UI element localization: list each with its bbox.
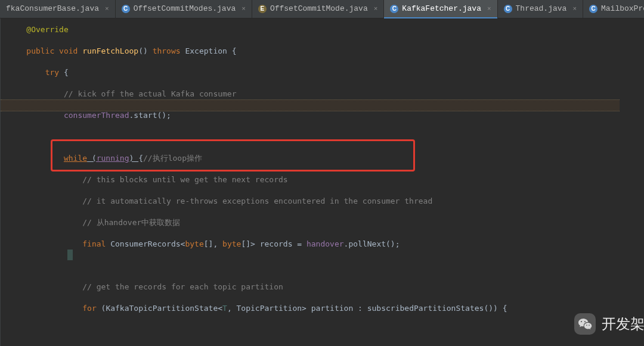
tab-label: MailboxProcessor.java bbox=[601, 4, 644, 14]
watermark: 开发架构二三事 bbox=[574, 313, 644, 335]
tab-offsetcommitmodes[interactable]: C OffsetCommitModes.java × bbox=[116, 0, 252, 18]
wechat-icon bbox=[574, 313, 596, 335]
tab-kafkafetcher[interactable]: C KafkaFetcher.java × bbox=[384, 0, 497, 18]
class-icon: C bbox=[390, 5, 398, 13]
editor-tabbar: fkaConsumerBase.java × C OffsetCommitMod… bbox=[0, 0, 644, 18]
tab-label: OffsetCommitMode.java bbox=[270, 4, 368, 14]
tab-mailboxprocessor[interactable]: C MailboxProcessor.java × bbox=[583, 0, 644, 18]
class-icon: C bbox=[504, 5, 512, 13]
tab-label: Thread.java bbox=[516, 4, 567, 14]
class-icon: C bbox=[122, 5, 130, 13]
annotation-box bbox=[51, 139, 415, 172]
close-icon[interactable]: × bbox=[242, 4, 246, 14]
close-icon[interactable]: × bbox=[572, 4, 577, 14]
source-code[interactable]: @Override public void runFetchLoop() thr… bbox=[1, 18, 644, 346]
close-icon[interactable]: × bbox=[487, 4, 491, 14]
watermark-text: 开发架构二三事 bbox=[602, 319, 644, 329]
tab-label: OffsetCommitModes.java bbox=[134, 4, 236, 14]
brace-match bbox=[67, 250, 73, 260]
tab-label: fkaConsumerBase.java bbox=[6, 4, 99, 14]
tab-thread[interactable]: C Thread.java × bbox=[498, 0, 583, 18]
tab-fkaconsumerbase[interactable]: fkaConsumerBase.java × bbox=[0, 0, 116, 18]
class-icon: C bbox=[589, 5, 597, 13]
tab-offsetcommitmode[interactable]: E OffsetCommitMode.java × bbox=[252, 0, 384, 18]
tab-label: KafkaFetcher.java bbox=[402, 4, 481, 14]
close-icon[interactable]: × bbox=[105, 4, 109, 14]
enum-icon: E bbox=[258, 5, 267, 13]
code-editor[interactable]: − − @Override public void runFetchLoop()… bbox=[0, 18, 644, 346]
close-icon[interactable]: × bbox=[374, 4, 378, 14]
code-area[interactable]: @Override public void runFetchLoop() thr… bbox=[1, 18, 644, 346]
